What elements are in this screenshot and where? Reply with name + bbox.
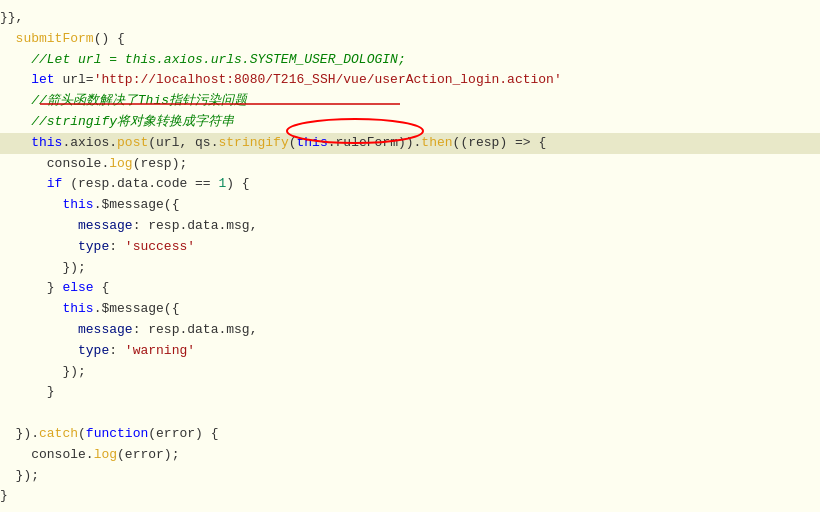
token: [0, 280, 47, 295]
code-line: [0, 403, 820, 424]
token: [0, 218, 78, 233]
code-line-text: });: [0, 258, 812, 279]
token: [0, 322, 78, 337]
token: then: [421, 135, 452, 150]
code-line: }},: [0, 8, 820, 29]
token: type: [78, 343, 109, 358]
code-editor: }}, submitForm() { //Let url = this.axio…: [0, 0, 820, 512]
code-line-text: this.$message({: [0, 195, 812, 216]
code-line: submitForm() {: [0, 29, 820, 50]
code-line-text: submitForm() {: [0, 29, 812, 50]
token: [0, 197, 62, 212]
token: .$message({: [94, 301, 180, 316]
token: console: [31, 447, 86, 462]
token: ) {: [226, 176, 249, 191]
token: [0, 384, 47, 399]
code-line-text: [0, 403, 812, 424]
token: });: [62, 260, 85, 275]
code-line-text: this.axios.post(url, qs.stringify(this.r…: [0, 133, 812, 154]
token: [0, 52, 31, 67]
token: [0, 135, 31, 150]
token: submitForm: [16, 31, 94, 46]
token: [0, 72, 31, 87]
code-line: this.axios.post(url, qs.stringify(this.r…: [0, 133, 820, 154]
code-line-text: console.log(error);: [0, 445, 812, 466]
token: : resp.data.msg,: [133, 218, 258, 233]
code-line-text: type: 'success': [0, 237, 812, 258]
code-line: this.$message({: [0, 299, 820, 320]
token: //stringify将对象转换成字符串: [31, 114, 234, 129]
code-line: //箭头函数解决了This指针污染问题: [0, 91, 820, 112]
token: .axios.: [62, 135, 117, 150]
code-line: console.log(resp);: [0, 154, 820, 175]
token: ((resp) => {: [453, 135, 547, 150]
token: else: [62, 280, 93, 295]
code-line: let url='http://localhost:8080/T216_SSH/…: [0, 70, 820, 91]
token: [0, 31, 16, 46]
token: [0, 343, 78, 358]
token: [0, 239, 78, 254]
code-line-text: }).catch(function(error) {: [0, 424, 812, 445]
token: [0, 426, 16, 441]
token: .$message({: [94, 197, 180, 212]
code-line-text: this.$message({: [0, 299, 812, 320]
code-line: message: resp.data.msg,: [0, 320, 820, 341]
token: [0, 468, 16, 483]
token: [0, 176, 47, 191]
code-line-text: });: [0, 466, 812, 487]
token: console: [47, 156, 102, 171]
token: (error);: [117, 447, 179, 462]
code-line: console.log(error);: [0, 445, 820, 466]
token: : resp.data.msg,: [133, 322, 258, 337]
code-line-text: console.log(resp);: [0, 154, 812, 175]
token: () {: [94, 31, 125, 46]
code-line-text: let url='http://localhost:8080/T216_SSH/…: [0, 70, 812, 91]
token: this: [62, 197, 93, 212]
token: (: [78, 426, 86, 441]
code-line-text: //stringify将对象转换成字符串: [0, 112, 812, 133]
code-content: }}, submitForm() { //Let url = this.axio…: [0, 0, 820, 512]
token: });: [16, 468, 39, 483]
token: post: [117, 135, 148, 150]
token: 'warning': [125, 343, 195, 358]
token: });: [62, 364, 85, 379]
code-line-text: }},: [0, 8, 812, 29]
token: message: [78, 322, 133, 337]
token: :: [109, 343, 125, 358]
token: (resp.data.code ==: [62, 176, 218, 191]
token: function: [86, 426, 148, 441]
code-line: //Let url = this.axios.urls.SYSTEM_USER_…: [0, 50, 820, 71]
token: 'success': [125, 239, 195, 254]
token: [0, 114, 31, 129]
code-line: });: [0, 258, 820, 279]
token: )).: [398, 135, 421, 150]
token: (resp);: [133, 156, 188, 171]
token: this: [62, 301, 93, 316]
code-line: type: 'success': [0, 237, 820, 258]
token: (error) {: [148, 426, 218, 441]
code-line: }: [0, 382, 820, 403]
code-line-text: //箭头函数解决了This指针污染问题: [0, 91, 812, 112]
code-line-text: message: resp.data.msg,: [0, 320, 812, 341]
code-line-text: } else {: [0, 278, 812, 299]
code-line-text: }: [0, 382, 812, 403]
code-line: }: [0, 486, 820, 507]
token: (url, qs.: [148, 135, 218, 150]
token: log: [109, 156, 132, 171]
token: }).: [16, 426, 39, 441]
code-line: });: [0, 466, 820, 487]
token: //箭头函数解决了This指针污染问题: [31, 93, 247, 108]
code-line-text: message: resp.data.msg,: [0, 216, 812, 237]
code-line: } else {: [0, 278, 820, 299]
token: log: [94, 447, 117, 462]
token: :: [109, 239, 125, 254]
token: [0, 301, 62, 316]
code-line: });: [0, 362, 820, 383]
token: url=: [55, 72, 94, 87]
token: [0, 156, 47, 171]
token: if: [47, 176, 63, 191]
code-line: message: resp.data.msg,: [0, 216, 820, 237]
token: }: [0, 488, 8, 503]
token: type: [78, 239, 109, 254]
token: stringify: [218, 135, 288, 150]
